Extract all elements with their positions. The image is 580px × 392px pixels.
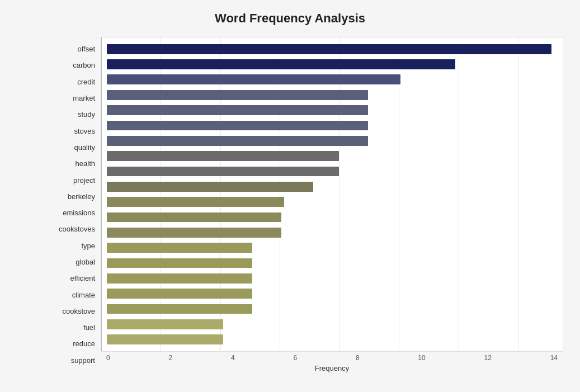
- chart-plot-area: [101, 37, 563, 352]
- y-label-stoves: stoves: [50, 123, 101, 138]
- x-tick-10: 10: [418, 354, 425, 362]
- bar-fill-reduce: [107, 319, 223, 329]
- bar-fill-health: [107, 151, 339, 161]
- bar-row-support: [107, 333, 557, 347]
- y-label-emissions: emissions: [50, 205, 101, 220]
- bar-row-cookstoves: [107, 210, 557, 224]
- bar-row-cookstove: [107, 287, 557, 301]
- y-label-quality: quality: [50, 140, 101, 155]
- y-label-type: type: [50, 238, 101, 253]
- chart-container: Word Frequency Analysis offsetcarboncred…: [0, 0, 580, 392]
- y-label-carbon: carbon: [50, 58, 101, 73]
- bar-row-credit: [107, 73, 557, 87]
- bar-row-quality: [107, 134, 557, 148]
- x-tick-8: 8: [356, 354, 360, 362]
- bar-row-berkeley: [107, 180, 557, 193]
- bar-fill-cookstove: [107, 289, 252, 299]
- bar-fill-quality: [107, 136, 368, 146]
- bar-row-global: [107, 240, 557, 254]
- bar-fill-carbon: [107, 59, 455, 69]
- x-tick-4: 4: [231, 354, 235, 362]
- bar-row-health: [107, 149, 557, 163]
- y-label-efficient: efficient: [50, 271, 101, 286]
- bar-fill-cookstoves: [107, 212, 281, 223]
- x-tick-0: 0: [106, 354, 110, 362]
- y-label-study: study: [50, 107, 101, 122]
- bar-fill-credit: [107, 74, 400, 84]
- chart-title: Word Frequency Analysis: [17, 11, 563, 26]
- y-label-reduce: reduce: [50, 336, 101, 351]
- x-tick-2: 2: [168, 354, 172, 362]
- y-label-climate: climate: [50, 287, 101, 302]
- x-axis-ticks: 02468101214: [101, 352, 563, 362]
- bar-fill-global: [107, 243, 252, 253]
- y-label-project: project: [50, 172, 101, 187]
- bar-fill-project: [107, 167, 339, 177]
- bar-row-emissions: [107, 195, 557, 209]
- bar-row-stoves: [107, 119, 557, 133]
- y-label-health: health: [50, 156, 101, 171]
- x-axis-label: Frequency: [101, 364, 563, 372]
- y-label-fuel: fuel: [50, 320, 101, 335]
- bar-row-fuel: [107, 302, 557, 316]
- y-label-cookstoves: cookstoves: [50, 221, 101, 237]
- bar-row-carbon: [107, 57, 557, 71]
- y-label-market: market: [50, 91, 101, 106]
- y-axis-labels: offsetcarboncreditmarketstudystovesquali…: [50, 37, 101, 372]
- bar-fill-study: [107, 105, 368, 115]
- bar-row-study: [107, 103, 557, 117]
- y-label-support: support: [50, 353, 101, 368]
- bar-row-project: [107, 164, 557, 178]
- x-tick-6: 6: [293, 354, 297, 362]
- bar-row-offset: [107, 42, 557, 56]
- bar-fill-offset: [107, 44, 551, 54]
- x-tick-12: 12: [484, 354, 491, 362]
- bar-row-market: [107, 88, 557, 102]
- bar-fill-fuel: [107, 304, 252, 314]
- y-label-berkeley: berkeley: [50, 189, 101, 204]
- y-label-offset: offset: [50, 41, 101, 56]
- y-label-cookstove: cookstove: [50, 304, 101, 319]
- bar-row-efficient: [107, 256, 557, 270]
- bar-row-reduce: [107, 317, 557, 331]
- bar-fill-market: [107, 90, 368, 100]
- bar-fill-emissions: [107, 197, 284, 207]
- bar-fill-stoves: [107, 121, 368, 131]
- bar-fill-type: [107, 228, 281, 238]
- bar-row-type: [107, 225, 557, 239]
- bar-row-climate: [107, 271, 557, 285]
- bar-fill-climate: [107, 273, 252, 284]
- y-label-global: global: [50, 254, 101, 270]
- x-tick-14: 14: [550, 354, 558, 362]
- bar-fill-efficient: [107, 258, 252, 268]
- y-label-credit: credit: [50, 74, 101, 89]
- bar-fill-berkeley: [107, 182, 313, 192]
- bar-fill-support: [107, 334, 223, 344]
